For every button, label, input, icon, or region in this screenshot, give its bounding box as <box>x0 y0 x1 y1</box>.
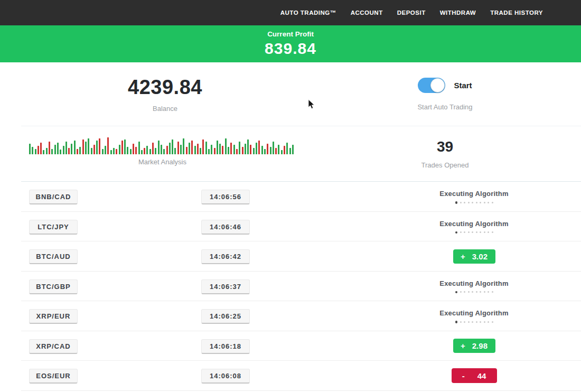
market-bar <box>258 141 260 154</box>
stats-row: 4239.84 Balance Start Start Auto Trading <box>0 62 581 126</box>
pair-button[interactable]: XRP/EUR <box>29 309 78 324</box>
progress-dot <box>468 202 470 203</box>
market-bar <box>197 144 199 154</box>
market-bar <box>239 142 240 154</box>
progress-dot <box>488 202 489 203</box>
market-bar <box>133 144 134 154</box>
market-bar <box>228 147 229 154</box>
market-bar <box>51 149 53 154</box>
progress-dot <box>460 291 462 293</box>
trades-opened-label: Trades Opened <box>421 161 469 169</box>
market-bar <box>261 146 263 154</box>
top-navbar: AUTO TRADING™ACCOUNTDEPOSITWITHDRAWTRADE… <box>0 0 581 25</box>
start-auto-trading-label: Start Auto Trading <box>417 103 472 111</box>
executing-algorithm-label: Executing Algorithm <box>439 279 508 287</box>
progress-dots <box>455 201 493 204</box>
market-bar <box>267 144 268 154</box>
market-bar <box>289 148 291 154</box>
market-bar <box>163 149 165 154</box>
nav-item-trade-history[interactable]: TRADE HISTORY <box>490 10 543 16</box>
market-bar <box>68 148 70 154</box>
market-bar <box>242 147 243 154</box>
market-bar <box>264 149 266 154</box>
progress-dot <box>472 231 473 233</box>
market-bar <box>152 143 154 154</box>
result-sign: - <box>462 371 465 380</box>
market-bar <box>183 138 184 154</box>
market-bar <box>46 148 48 154</box>
progress-dot <box>455 291 458 294</box>
market-bar <box>110 150 112 154</box>
result-sign: + <box>461 252 465 261</box>
nav-item-account[interactable]: ACCOUNT <box>351 10 383 16</box>
pair-button[interactable]: BTC/AUD <box>29 249 78 264</box>
market-bar <box>65 142 67 154</box>
balance-block: 4239.84 Balance <box>0 62 309 126</box>
profit-badge: +2.98 <box>453 339 495 353</box>
trade-time: 14:06:25 <box>201 309 250 324</box>
progress-dot <box>476 321 477 323</box>
nav-item-withdraw[interactable]: WITHDRAW <box>440 10 476 16</box>
market-bar <box>186 147 188 154</box>
market-bar <box>205 142 207 154</box>
progress-dot <box>476 202 477 203</box>
market-bar <box>233 145 235 154</box>
progress-dot <box>464 291 465 293</box>
market-bar <box>284 146 285 154</box>
profit-badge: +3.02 <box>453 249 495 264</box>
pair-button[interactable]: BNB/CAD <box>29 190 78 204</box>
profit-label: Current Profit <box>267 30 314 38</box>
market-bar <box>250 145 251 154</box>
market-bar <box>214 148 215 154</box>
progress-dot <box>480 321 481 323</box>
progress-dot <box>472 202 473 203</box>
progress-dot <box>464 321 465 323</box>
trade-row: XRP/CAD14:06:18+2.98 <box>0 331 581 361</box>
start-toggle-label: Start <box>454 81 472 90</box>
market-bar <box>107 137 109 154</box>
market-analysis-row: Market Analysis 39 Trades Opened <box>0 126 581 181</box>
market-bar <box>253 148 255 154</box>
market-bar <box>273 142 274 154</box>
market-bar <box>158 141 160 154</box>
progress-dot <box>492 202 493 203</box>
pair-button[interactable]: EOS/EUR <box>29 369 78 384</box>
market-bar <box>247 139 249 154</box>
balance-value: 4239.84 <box>128 76 202 99</box>
trade-status: Executing Algorithm <box>420 212 528 242</box>
market-bar <box>141 150 143 154</box>
pair-button[interactable]: BTC/GBP <box>29 279 78 294</box>
market-bar <box>40 143 42 154</box>
market-bar <box>79 147 81 154</box>
progress-dot <box>464 231 465 233</box>
progress-dots <box>455 291 493 294</box>
start-auto-trading-toggle[interactable] <box>418 78 445 93</box>
result-sign: + <box>461 341 465 350</box>
progress-dot <box>484 231 485 233</box>
market-bar <box>275 148 277 154</box>
market-bar <box>174 148 176 154</box>
market-bar <box>270 147 271 154</box>
market-bar <box>281 150 283 154</box>
market-bar <box>74 141 76 154</box>
progress-dot <box>468 321 470 323</box>
progress-dot <box>464 202 465 203</box>
market-bar <box>236 149 238 154</box>
nav-item-deposit[interactable]: DEPOSIT <box>397 10 426 16</box>
market-bar <box>88 138 89 154</box>
trade-row: BTC/AUD14:06:42+3.02 <box>0 241 581 272</box>
market-bar <box>127 147 128 154</box>
progress-dot <box>455 201 458 204</box>
nav-menu: AUTO TRADING™ACCOUNTDEPOSITWITHDRAWTRADE… <box>266 10 543 16</box>
pair-button[interactable]: LTC/JPY <box>29 220 78 235</box>
result-value: 3.02 <box>472 252 488 261</box>
trade-status: +2.98 <box>420 331 528 361</box>
progress-dot <box>460 202 462 203</box>
progress-dot <box>476 291 477 293</box>
progress-dot <box>480 231 481 233</box>
progress-dot <box>484 202 485 203</box>
nav-item-auto-trading[interactable]: AUTO TRADING™ <box>280 10 336 16</box>
pair-button[interactable]: XRP/CAD <box>29 339 78 354</box>
market-bar <box>230 143 232 154</box>
progress-dot <box>476 231 477 233</box>
